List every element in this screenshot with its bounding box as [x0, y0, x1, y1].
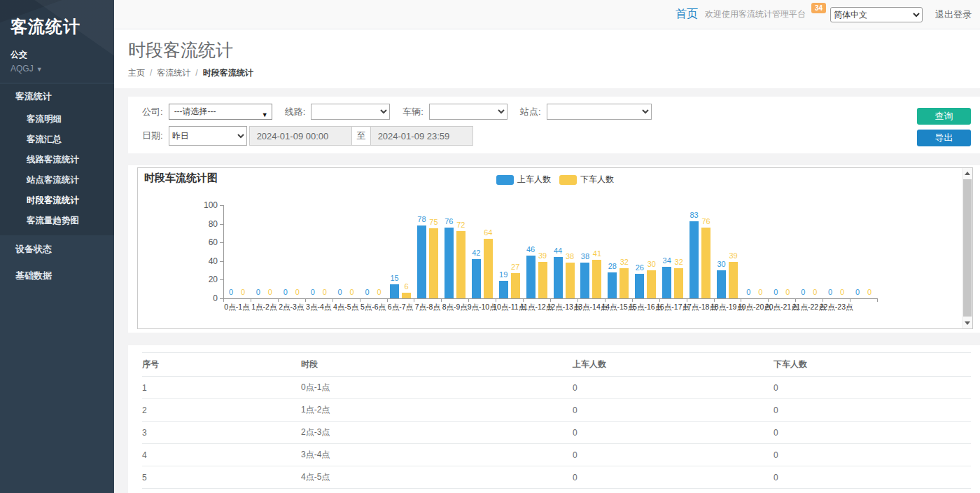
- bar: [456, 231, 465, 298]
- bar-value-label: 0: [840, 288, 844, 296]
- bar-value-label: 0: [855, 288, 860, 296]
- filter-row-2: 日期: 昨日 至: [142, 126, 910, 146]
- user-menu[interactable]: AQGJ▼: [10, 64, 104, 74]
- bar: [538, 262, 547, 298]
- bar-value-label: 0: [746, 288, 750, 296]
- bar: [580, 263, 589, 298]
- bar-value-label: 0: [828, 288, 832, 296]
- table-cell: 0: [573, 489, 774, 493]
- vehicle-label: 车辆:: [402, 106, 424, 118]
- bar-value-label: 6: [404, 282, 408, 291]
- breadcrumb-item[interactable]: 客流统计: [157, 68, 190, 78]
- company-select[interactable]: ---请选择--- ▼: [169, 104, 272, 120]
- bar: [662, 267, 671, 298]
- bar-value-label: 78: [417, 215, 426, 223]
- x-axis-tick: [414, 299, 414, 302]
- breadcrumb-item[interactable]: 主页: [128, 68, 145, 78]
- y-axis-tick-label: 60: [197, 237, 218, 247]
- chart-container: 时段车流统计图 上车人数下车人数 0204060801000点-1点1点-2点2…: [137, 167, 973, 329]
- bar-value-label: 15: [390, 274, 398, 282]
- bar-value-label: 0: [350, 288, 354, 296]
- chart-panel: 时段车流统计图 上车人数下车人数 0204060801000点-1点1点-2点2…: [128, 165, 980, 333]
- date-preset-select[interactable]: 昨日: [169, 126, 247, 146]
- date-start-input[interactable]: [249, 126, 352, 146]
- bar-value-label: 26: [636, 263, 644, 272]
- sidebar-section: 客流统计客流明细客流汇总线路客流统计站点客流统计时段客流统计客流量趋势图: [0, 84, 114, 235]
- sidebar-item[interactable]: 客流明细: [0, 109, 114, 130]
- x-axis-tick-label: 3点-4点: [306, 303, 331, 312]
- query-button[interactable]: 查询: [917, 108, 971, 125]
- org-label: 公交: [10, 49, 104, 61]
- table-cell: 0: [573, 444, 774, 466]
- table-cell: 4: [142, 444, 301, 466]
- bar: [402, 293, 411, 298]
- sidebar-item[interactable]: 客流量趋势图: [0, 211, 114, 231]
- sidebar-item[interactable]: 站点客流统计: [0, 170, 114, 190]
- y-axis-tick: [220, 242, 223, 243]
- breadcrumb-separator: /: [150, 68, 152, 78]
- scrollbar-thumb[interactable]: [963, 179, 972, 317]
- x-axis-tick: [441, 299, 442, 302]
- side-nav: 客流统计客流明细客流汇总线路客流统计站点客流统计时段客流统计客流量趋势图设备状态…: [0, 84, 114, 289]
- date-end-input[interactable]: [370, 126, 473, 146]
- breadcrumb: 主页/客流统计/时段客流统计: [128, 67, 980, 79]
- bar-value-label: 76: [444, 217, 453, 225]
- vehicle-select[interactable]: [429, 104, 507, 120]
- sidebar-item[interactable]: 线路客流统计: [0, 150, 114, 170]
- x-axis-tick: [360, 299, 360, 302]
- table-cell: 0点-1点: [301, 377, 573, 399]
- company-label: 公司:: [142, 106, 163, 118]
- bar-value-label: 72: [456, 221, 465, 229]
- app-window: 客流统计 公交 AQGJ▼ 客流统计客流明细客流汇总线路客流统计站点客流统计时段…: [0, 0, 980, 493]
- x-axis-tick-label: 22点-23点: [820, 303, 853, 312]
- table-cell: 3点-4点: [301, 444, 573, 466]
- line-select[interactable]: [311, 104, 390, 120]
- table-cell: 5: [142, 466, 301, 489]
- sidebar-item[interactable]: 客流汇总: [0, 130, 114, 150]
- bar: [729, 262, 738, 298]
- table-cell: 0: [774, 466, 971, 489]
- bar-value-label: 0: [338, 288, 342, 296]
- home-link[interactable]: 首页: [676, 7, 698, 22]
- station-select[interactable]: [547, 104, 652, 120]
- bar: [647, 270, 656, 298]
- y-axis-tick: [220, 261, 223, 262]
- chart-title: 时段车流统计图: [144, 172, 218, 185]
- welcome-text: 欢迎使用客流统计管理平台: [705, 8, 806, 20]
- x-axis-tick: [496, 299, 496, 302]
- scrollbar-up-arrow-icon[interactable]: [962, 168, 972, 179]
- logout-link[interactable]: 退出登录: [935, 8, 974, 21]
- sidebar-section-label[interactable]: 设备状态: [0, 237, 114, 262]
- bar-value-label: 0: [229, 288, 233, 296]
- bar-value-label: 34: [663, 256, 671, 265]
- bar-value-label: 0: [377, 288, 382, 296]
- x-axis-tick: [387, 299, 388, 302]
- table-cell: 0: [774, 422, 971, 444]
- table-panel: 序号时段上车人数下车人数 10点-1点0021点-2点0032点-3点0043点…: [128, 345, 980, 493]
- table-cell: 0: [573, 399, 774, 422]
- legend-item[interactable]: 上车人数: [496, 174, 551, 186]
- bar: [701, 228, 710, 298]
- sidebar-section: 设备状态: [0, 237, 114, 262]
- chart-vertical-scrollbar[interactable]: [962, 168, 972, 328]
- table-cell: 0: [774, 377, 971, 399]
- bar-value-label: 0: [256, 288, 260, 296]
- sidebar-item[interactable]: 时段客流统计: [0, 190, 114, 211]
- page-title: 时段客流统计: [128, 39, 980, 62]
- sidebar-section-label[interactable]: 客流统计: [0, 84, 114, 109]
- sidebar-section-label[interactable]: 基础数据: [0, 263, 114, 289]
- bar-value-label: 46: [526, 245, 535, 254]
- company-select-value: ---请选择---: [174, 106, 216, 116]
- bar-value-label: 0: [758, 288, 762, 296]
- language-select[interactable]: 简体中文: [830, 7, 923, 22]
- export-button[interactable]: 导出: [917, 130, 971, 146]
- bar: [390, 284, 399, 298]
- table-column-header: 上车人数: [573, 353, 774, 377]
- legend-item[interactable]: 下车人数: [559, 174, 614, 186]
- bar-value-label: 38: [566, 252, 574, 261]
- caret-down-icon: ▼: [36, 66, 43, 73]
- bar-value-label: 32: [620, 258, 629, 266]
- user-name: AQGJ: [10, 64, 34, 74]
- table-column-header: 序号: [142, 353, 301, 377]
- scrollbar-down-arrow-icon[interactable]: [962, 318, 972, 328]
